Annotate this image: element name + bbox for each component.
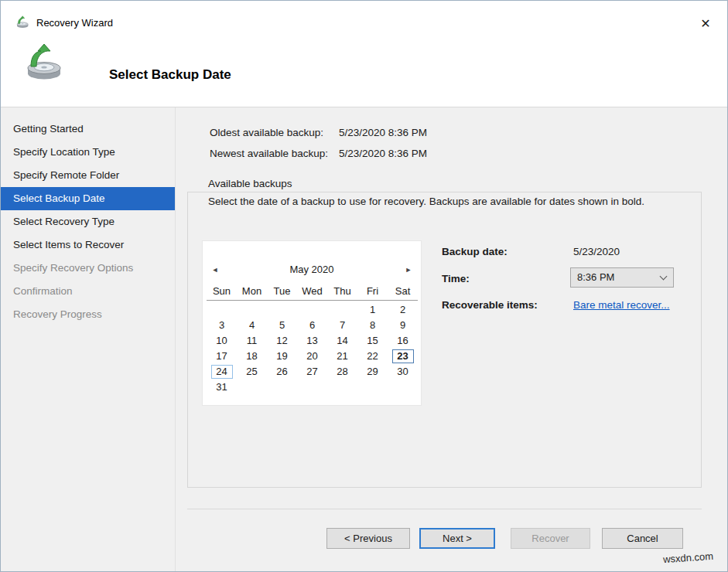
wizard-backup-icon <box>21 43 64 86</box>
newest-backup-value: 5/23/2020 8:36 PM <box>339 148 427 159</box>
calendar-day-header: Fri <box>357 284 388 298</box>
calendar-date-focused[interactable]: 24 <box>211 365 233 379</box>
calendar-date[interactable]: 8 <box>357 318 388 333</box>
calendar-date[interactable]: 14 <box>327 333 357 349</box>
recover-button: Recover <box>511 528 590 549</box>
calendar-day-header: Thu <box>327 284 357 298</box>
calendar-date[interactable]: 10 <box>207 333 237 349</box>
calendar-empty-cell <box>327 302 357 318</box>
oldest-backup-value: 5/23/2020 8:36 PM <box>339 127 427 138</box>
calendar-day-header: Sat <box>388 284 418 298</box>
time-select[interactable]: 8:36 PM <box>570 267 674 288</box>
calendar-date[interactable]: 19 <box>267 349 297 364</box>
calendar-empty-cell <box>267 302 297 318</box>
newest-backup-label: Newest available backup: <box>210 148 328 159</box>
calendar-date[interactable]: 6 <box>297 318 327 333</box>
calendar-date[interactable]: 18 <box>237 349 267 364</box>
calendar-date[interactable]: 16 <box>388 333 418 349</box>
calendar-date[interactable]: 20 <box>297 349 327 364</box>
calendar-date[interactable]: 13 <box>297 333 327 349</box>
calendar-empty-cell <box>207 302 237 318</box>
sidebar-item-select-items-to-recover: Select Items to Recover <box>1 233 175 257</box>
cancel-button[interactable]: Cancel <box>602 528 683 549</box>
sidebar-item-recovery-progress: Recovery Progress <box>1 303 175 326</box>
oldest-backup-label: Oldest available backup: <box>210 127 323 138</box>
calendar-date[interactable]: 28 <box>327 364 357 380</box>
calendar-date[interactable]: 12 <box>267 333 297 349</box>
available-backups-group-title: Available backups <box>208 178 292 189</box>
calendar-empty-cell <box>267 380 297 395</box>
calendar-date[interactable]: 7 <box>327 318 357 333</box>
calendar-date[interactable]: 21 <box>327 349 357 364</box>
calendar-date[interactable]: 2 <box>388 302 418 318</box>
calendar-date[interactable]: 3 <box>207 318 237 333</box>
calendar-date[interactable]: 27 <box>297 364 327 380</box>
backup-date-calendar: ◄ May 2020 ► Sun Mon Tue Wed Thu Fri Sat… <box>202 240 422 406</box>
calendar-date[interactable]: 17 <box>207 349 237 364</box>
time-select-value: 8:36 PM <box>577 271 614 283</box>
sidebar-item-specify-remote-folder: Specify Remote Folder <box>1 164 175 187</box>
sidebar-item-select-backup-date: Select Backup Date <box>1 187 175 210</box>
previous-button[interactable]: < Previous <box>326 528 410 549</box>
calendar-empty-cell <box>388 380 418 395</box>
next-button[interactable]: Next > <box>419 528 495 549</box>
calendar-day-header: Sun <box>207 284 237 298</box>
app-icon <box>15 15 29 30</box>
calendar-empty-cell <box>297 380 327 395</box>
calendar-date[interactable]: 26 <box>267 364 297 380</box>
sidebar-item-confirmation: Confirmation <box>1 280 175 303</box>
calendar-date[interactable]: 30 <box>388 364 418 380</box>
calendar-date[interactable]: 5 <box>267 318 297 333</box>
calendar-date[interactable]: 15 <box>357 333 388 349</box>
recoverable-items-link[interactable]: Bare metal recover... <box>573 299 670 311</box>
calendar-day-header: Mon <box>237 284 267 298</box>
calendar-next-month-icon[interactable]: ► <box>402 264 415 276</box>
backup-date-value: 5/23/2020 <box>573 246 620 257</box>
calendar-date[interactable]: 1 <box>357 302 388 318</box>
wizard-steps-sidebar: Getting Started Specify Location Type Sp… <box>1 107 176 572</box>
calendar-date[interactable]: 22 <box>357 349 388 364</box>
calendar-grid: 1 2 3 4 5 6 7 8 9 10 11 12 13 14 15 16 1… <box>207 302 418 395</box>
calendar-date[interactable]: 4 <box>237 318 267 333</box>
calendar-date[interactable]: 31 <box>207 380 237 395</box>
window-title: Recovery Wizard <box>36 17 113 29</box>
wizard-header: Select Backup Date <box>1 35 727 107</box>
calendar-day-headers: Sun Mon Tue Wed Thu Fri Sat <box>207 284 418 301</box>
sidebar-item-getting-started: Getting Started <box>1 117 175 141</box>
backup-date-label: Backup date: <box>442 246 508 257</box>
recoverable-items-label: Recoverable items: <box>442 299 538 311</box>
calendar-date[interactable]: 25 <box>237 364 267 380</box>
calendar-date[interactable]: 9 <box>388 318 418 333</box>
page-title: Select Backup Date <box>109 67 231 83</box>
time-label: Time: <box>442 273 470 284</box>
calendar-date[interactable]: 29 <box>357 364 388 380</box>
sidebar-item-specify-location-type: Specify Location Type <box>1 141 175 164</box>
calendar-empty-cell <box>297 302 327 318</box>
chevron-down-icon <box>660 273 668 281</box>
calendar-empty-cell <box>357 380 388 395</box>
footer-divider <box>187 509 702 509</box>
calendar-empty-cell <box>327 380 357 395</box>
calendar-date-selected[interactable]: 23 <box>392 349 414 363</box>
available-backups-description: Select the date of a backup to use for r… <box>208 196 644 207</box>
calendar-empty-cell <box>237 302 267 318</box>
calendar-day-header: Tue <box>267 284 297 298</box>
calendar-month-title: May 2020 <box>203 264 421 275</box>
calendar-empty-cell <box>237 380 267 395</box>
recovery-wizard-window: Recovery Wizard ✕ Select Backup Date Get… <box>0 0 728 572</box>
sidebar-item-specify-recovery-options: Specify Recovery Options <box>1 257 175 280</box>
calendar-day-header: Wed <box>297 284 327 298</box>
close-icon[interactable]: ✕ <box>696 15 715 33</box>
sidebar-item-select-recovery-type: Select Recovery Type <box>1 210 175 233</box>
calendar-date[interactable]: 11 <box>237 333 267 349</box>
titlebar[interactable]: Recovery Wizard ✕ <box>1 1 727 35</box>
